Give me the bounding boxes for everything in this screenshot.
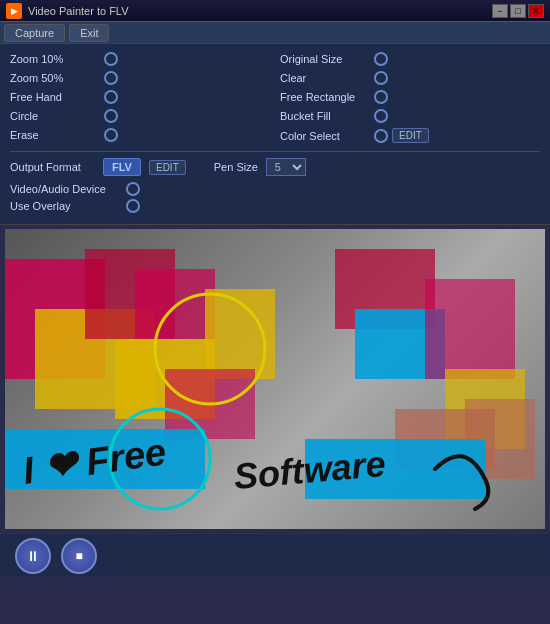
title-bar: ▶ Video Painter to FLV − □ ✕	[0, 0, 550, 22]
originalsize-label: Original Size	[280, 53, 370, 65]
close-button[interactable]: ✕	[528, 4, 544, 18]
video-device-label: Video/Audio Device	[10, 183, 120, 195]
paint-overlay: I ❤ Free Software	[5, 229, 545, 529]
svg-rect-9	[425, 279, 515, 379]
svg-rect-4	[135, 269, 215, 339]
window-controls: − □ ✕	[492, 4, 544, 18]
pause-icon: ⏸	[26, 548, 40, 564]
overlay-radio[interactable]	[126, 199, 140, 213]
tool-zoom50: Zoom 50%	[10, 71, 270, 85]
controls-panel: Zoom 10% Zoom 50% Free Hand Circle Erase	[0, 44, 550, 225]
overlay-row: Use Overlay	[10, 199, 540, 213]
minimize-button[interactable]: −	[492, 4, 508, 18]
freehand-label: Free Hand	[10, 91, 100, 103]
originalsize-radio[interactable]	[374, 52, 388, 66]
colorselect-radio[interactable]	[374, 129, 388, 143]
circle-radio[interactable]	[104, 109, 118, 123]
tool-freerect: Free Rectangle	[280, 90, 540, 104]
tool-erase: Erase	[10, 128, 270, 142]
video-device-radio[interactable]	[126, 182, 140, 196]
tool-colorselect: Color Select EDIT	[280, 128, 540, 143]
freerect-radio[interactable]	[374, 90, 388, 104]
zoom10-label: Zoom 10%	[10, 53, 100, 65]
tool-freehand: Free Hand	[10, 90, 270, 104]
zoom50-label: Zoom 50%	[10, 72, 100, 84]
freerect-label: Free Rectangle	[280, 91, 370, 103]
tool-circle: Circle	[10, 109, 270, 123]
stop-button[interactable]: ■	[61, 538, 97, 574]
capture-menu[interactable]: Capture	[4, 24, 65, 42]
tool-bucketfill: Bucket Fill	[280, 109, 540, 123]
tools-left-col: Zoom 10% Zoom 50% Free Hand Circle Erase	[10, 52, 270, 143]
divider	[10, 151, 540, 152]
output-format-row: Output Format FLV EDIT Pen Size 5 1 2 3 …	[10, 158, 540, 176]
clear-label: Clear	[280, 72, 370, 84]
freehand-radio[interactable]	[104, 90, 118, 104]
clear-radio[interactable]	[374, 71, 388, 85]
menu-bar: Capture Exit	[0, 22, 550, 44]
video-device-row: Video/Audio Device	[10, 182, 540, 196]
pause-button[interactable]: ⏸	[15, 538, 51, 574]
tool-zoom10: Zoom 10%	[10, 52, 270, 66]
tool-clear: Clear	[280, 71, 540, 85]
app-title: Video Painter to FLV	[28, 5, 492, 17]
colorselect-label: Color Select	[280, 130, 370, 142]
zoom10-radio[interactable]	[104, 52, 118, 66]
maximize-button[interactable]: □	[510, 4, 526, 18]
output-format-label: Output Format	[10, 161, 95, 173]
erase-label: Erase	[10, 129, 100, 141]
bucketfill-radio[interactable]	[374, 109, 388, 123]
pen-size-label: Pen Size	[214, 161, 258, 173]
app-icon: ▶	[6, 3, 22, 19]
output-edit-button[interactable]: EDIT	[149, 160, 186, 175]
format-badge: FLV	[103, 158, 141, 176]
pen-size-select[interactable]: 5 1 2 3 4 6 7 8	[266, 158, 306, 176]
tools-right-col: Original Size Clear Free Rectangle Bucke…	[280, 52, 540, 143]
exit-menu[interactable]: Exit	[69, 24, 109, 42]
overlay-label: Use Overlay	[10, 200, 120, 212]
tool-originalsize: Original Size	[280, 52, 540, 66]
erase-radio[interactable]	[104, 128, 118, 142]
colorselect-edit-button[interactable]: EDIT	[392, 128, 429, 143]
playback-bar: ⏸ ■	[0, 533, 550, 577]
stop-icon: ■	[75, 549, 82, 563]
circle-label: Circle	[10, 110, 100, 122]
toolbar-grid: Zoom 10% Zoom 50% Free Hand Circle Erase	[10, 52, 540, 143]
video-area: I ❤ Free Software	[5, 229, 545, 529]
zoom50-radio[interactable]	[104, 71, 118, 85]
bucketfill-label: Bucket Fill	[280, 110, 370, 122]
